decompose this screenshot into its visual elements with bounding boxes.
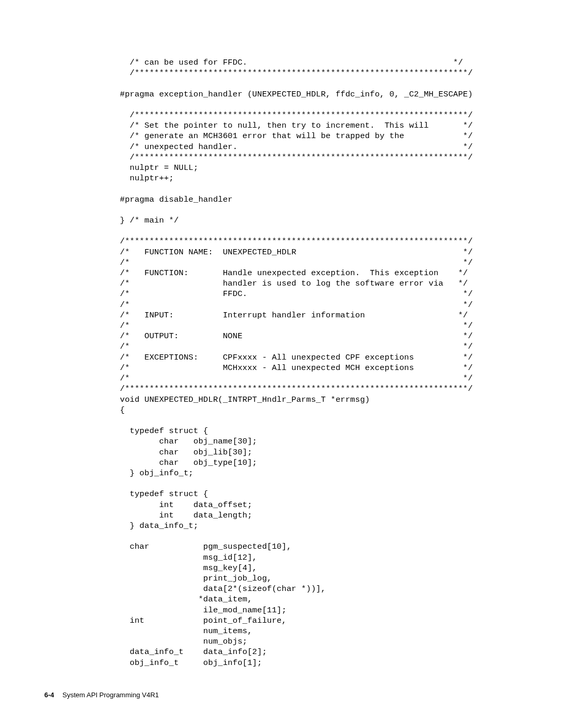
footer-title: System API Programming V4R1 [63,691,159,699]
page: /* can be used for FFDC. */ /***********… [0,0,563,728]
code-block: /* can be used for FFDC. */ /***********… [120,57,503,668]
page-footer: 6-4System API Programming V4R1 [44,691,159,699]
page-number: 6-4 [44,691,54,699]
